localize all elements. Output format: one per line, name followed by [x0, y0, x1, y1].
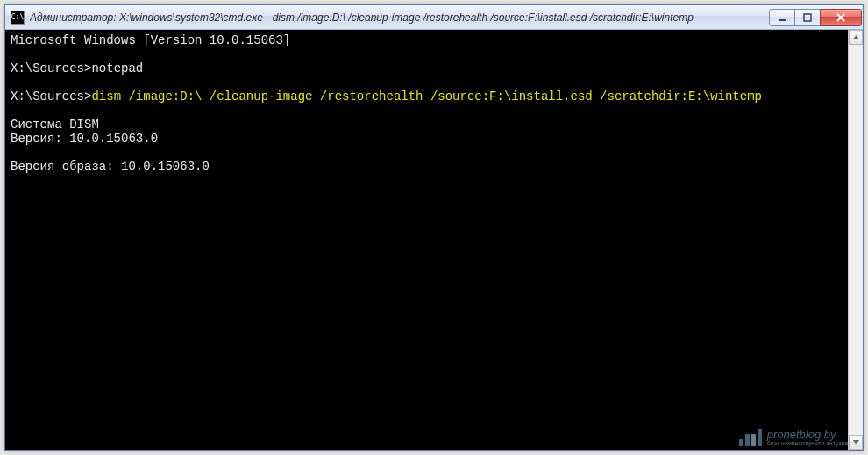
cmd-icon: C:\: [11, 11, 25, 25]
window-controls: [770, 9, 862, 26]
vertical-scrollbar[interactable]: [848, 30, 863, 450]
output-line-3: Версия образа: 10.0.15063.0: [11, 160, 210, 174]
minimize-button[interactable]: [769, 9, 795, 26]
prompt-1: X:\Sources>: [11, 61, 91, 75]
command-1: notepad: [91, 61, 143, 75]
svg-rect-1: [804, 14, 811, 21]
maximize-button[interactable]: [794, 9, 821, 26]
scroll-up-button[interactable]: [849, 30, 863, 45]
scroll-down-button[interactable]: [849, 435, 863, 450]
version-line: Microsoft Windows [Version 10.0.15063]: [11, 33, 290, 47]
output-line-1: Cистема DISM: [11, 117, 99, 132]
scroll-track[interactable]: [849, 45, 863, 435]
svg-rect-0: [779, 19, 786, 21]
terminal-output[interactable]: Microsoft Windows [Version 10.0.15063] X…: [5, 30, 848, 450]
window-title: Администратор: X:\windows\system32\cmd.e…: [30, 11, 765, 24]
terminal-area: Microsoft Windows [Version 10.0.15063] X…: [5, 30, 863, 450]
cmd-window: C:\ Администратор: X:\windows\system32\c…: [4, 4, 864, 451]
output-line-2: Версия: 10.0.15063.0: [11, 132, 158, 146]
prompt-2: X:\Sources>: [11, 89, 91, 103]
close-button[interactable]: [820, 9, 862, 26]
command-2: dism /image:D:\ /cleanup-image /restoreh…: [91, 89, 762, 103]
titlebar[interactable]: C:\ Администратор: X:\windows\system32\c…: [5, 5, 863, 30]
